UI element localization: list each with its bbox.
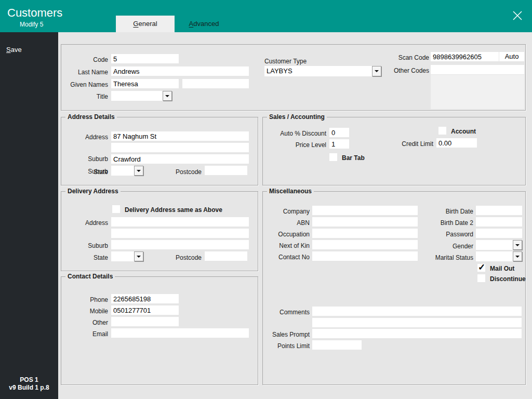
bar-tab-checkbox[interactable] <box>329 153 337 161</box>
birth-date-2-field[interactable] <box>476 217 522 227</box>
code-field[interactable] <box>111 54 179 63</box>
password-field[interactable] <box>476 229 522 238</box>
account-checkbox[interactable] <box>438 127 446 135</box>
next-of-kin-field[interactable] <box>312 240 418 249</box>
occupation-field[interactable] <box>312 229 418 238</box>
last-name-label: Last Name <box>61 68 108 76</box>
price-level-label: Price Level <box>263 141 326 149</box>
abn-field[interactable] <box>312 217 418 227</box>
tab-advanced[interactable]: Advanced <box>175 16 233 32</box>
address-line1-field[interactable] <box>111 131 249 141</box>
other-codes-label: Other Codes <box>377 66 429 75</box>
other-codes-list[interactable] <box>431 75 524 109</box>
close-button[interactable] <box>509 7 526 24</box>
password-label: Password <box>419 230 473 238</box>
abn-label: ABN <box>263 219 310 227</box>
mobile-label: Mobile <box>61 307 108 315</box>
account-label: Account <box>451 127 476 136</box>
close-icon <box>512 10 523 21</box>
state-label: State <box>61 168 108 176</box>
discontinue-checkbox[interactable] <box>477 274 485 282</box>
pos-terminal-label: POS 1 <box>0 376 58 384</box>
page-title: Customers <box>7 6 62 20</box>
comments-label: Comments <box>263 308 310 316</box>
delivery-address-line2-field[interactable] <box>111 229 249 238</box>
given-names-field[interactable] <box>111 79 179 88</box>
main-content: Code Last Name Given Names Title Custome… <box>58 32 532 399</box>
gender-value <box>476 240 513 250</box>
bar-tab-label: Bar Tab <box>342 154 365 162</box>
delivery-suburb-field[interactable] <box>111 240 249 249</box>
mail-out-checkbox[interactable] <box>477 264 485 272</box>
delivery-address-group: Delivery Address Delivery Address same a… <box>61 191 258 271</box>
birth-date-field[interactable] <box>476 206 522 215</box>
birth-date-2-label: Birth Date 2 <box>419 219 473 227</box>
last-name-field[interactable] <box>111 66 249 76</box>
email-field[interactable] <box>111 328 249 338</box>
mobile-field[interactable] <box>111 305 179 315</box>
address-line2-field[interactable] <box>111 143 249 152</box>
given-names-label: Given Names <box>61 81 108 89</box>
company-field[interactable] <box>312 206 418 215</box>
tab-general[interactable]: General <box>116 16 175 32</box>
marital-status-value <box>476 251 513 261</box>
delivery-address-line1-field[interactable] <box>111 217 249 227</box>
chevron-down-icon[interactable] <box>513 240 522 250</box>
marital-status-label: Marital Status <box>419 254 473 262</box>
address-details-legend: Address Details <box>65 113 117 121</box>
credit-limit-field[interactable] <box>436 138 477 148</box>
customer-type-select[interactable]: LAYBYS <box>264 66 381 76</box>
other-codes-field[interactable] <box>431 65 524 74</box>
points-limit-field[interactable] <box>312 340 362 350</box>
chevron-down-icon[interactable] <box>134 166 143 176</box>
comments-line1-field[interactable] <box>312 307 522 316</box>
sales-accounting-legend: Sales / Accounting <box>267 113 327 121</box>
contact-no-field[interactable] <box>312 251 418 261</box>
miscellaneous-legend: Miscellaneous <box>267 188 314 195</box>
occupation-label: Occupation <box>263 230 310 238</box>
same-as-above-checkbox[interactable] <box>112 205 120 213</box>
suburb-field[interactable] <box>111 154 249 164</box>
phone-field[interactable] <box>111 294 179 303</box>
delivery-state-value <box>111 251 134 261</box>
comments-line2-field[interactable] <box>312 318 522 327</box>
customers-window: Customers Modify 5 General Advanced Save… <box>0 0 532 399</box>
discontinue-label: Discontinue <box>490 275 526 283</box>
scan-code-field[interactable] <box>431 52 499 61</box>
title-bar: Customers Modify 5 General Advanced <box>0 0 532 32</box>
price-level-field[interactable] <box>329 139 349 149</box>
sales-accounting-group: Sales / Accounting Auto % Discount Price… <box>262 117 526 185</box>
chevron-down-icon[interactable] <box>163 91 172 101</box>
delivery-postcode-field[interactable] <box>205 251 247 261</box>
other-label: Other <box>61 318 108 327</box>
points-limit-label: Points Limit <box>263 342 310 350</box>
title-select[interactable] <box>111 91 172 101</box>
email-label: Email <box>61 330 108 338</box>
code-label: Code <box>61 56 108 64</box>
company-label: Company <box>263 207 310 216</box>
auto-button[interactable]: Auto <box>499 52 524 61</box>
sales-prompt-field[interactable] <box>312 329 522 338</box>
sales-prompt-label: Sales Prompt <box>263 330 310 339</box>
state-select[interactable] <box>111 166 143 176</box>
given-names-2-field[interactable] <box>182 79 249 88</box>
postcode-field[interactable] <box>205 166 247 175</box>
auto-discount-field[interactable] <box>329 128 349 137</box>
sidebar: Save POS 1 v9 Build 1 p.8 <box>0 32 58 399</box>
build-label: v9 Build 1 p.8 <box>0 384 58 392</box>
save-button[interactable]: Save <box>6 46 22 54</box>
chevron-down-icon[interactable] <box>134 251 143 261</box>
suburb-label2: Suburb <box>61 155 108 163</box>
contact-details-legend: Contact Details <box>65 273 115 280</box>
chevron-down-icon[interactable] <box>513 251 522 261</box>
next-of-kin-label: Next of Kin <box>263 242 310 250</box>
other-field[interactable] <box>111 317 179 326</box>
phone-label: Phone <box>61 296 108 304</box>
address-details-group: Address Details Address Suburb Suburb St… <box>61 117 258 185</box>
auto-discount-label: Auto % Discount <box>263 129 326 138</box>
gender-select[interactable] <box>476 240 522 250</box>
delivery-suburb-label: Suburb <box>61 242 108 250</box>
identity-panel: Code Last Name Given Names Title Custome… <box>61 44 526 111</box>
delivery-state-select[interactable] <box>111 251 143 261</box>
marital-status-select[interactable] <box>476 251 522 261</box>
